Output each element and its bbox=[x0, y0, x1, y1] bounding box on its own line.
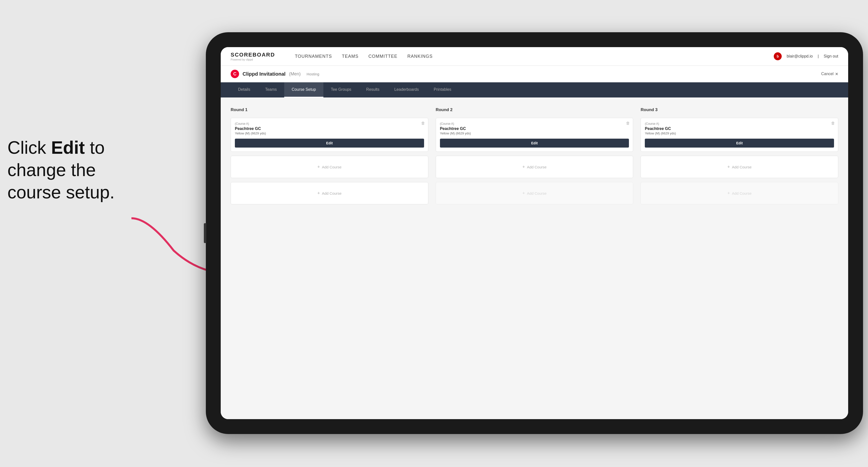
round-1-course-details: Yellow (M) (6629 yds) bbox=[235, 131, 424, 135]
tab-leaderboards[interactable]: Leaderboards bbox=[387, 82, 426, 97]
round-3-add-course-1[interactable]: + Add Course bbox=[641, 156, 838, 178]
tab-teams[interactable]: Teams bbox=[258, 82, 284, 97]
round-2-add-course-1[interactable]: + Add Course bbox=[436, 156, 633, 178]
plus-icon-3: + bbox=[522, 164, 525, 169]
round-3-add-course-label-2: Add Course bbox=[732, 191, 751, 195]
round-1-column: Round 1 🗑 (Course A) Peachtree GC Yellow… bbox=[230, 107, 428, 205]
round-3-title: Round 3 bbox=[641, 107, 838, 112]
round-1-add-course-label-2: Add Course bbox=[322, 191, 341, 195]
round-3-course-card: 🗑 (Course A) Peachtree GC Yellow (M) (66… bbox=[641, 118, 838, 152]
plus-icon-5: + bbox=[727, 164, 730, 169]
tablet-side-button bbox=[204, 223, 206, 243]
rounds-container: Round 1 🗑 (Course A) Peachtree GC Yellow… bbox=[230, 107, 838, 205]
nav-items: TOURNAMENTS TEAMS COMMITTEE RANKINGS bbox=[295, 54, 759, 59]
tab-printables[interactable]: Printables bbox=[426, 82, 459, 97]
plus-icon-6: + bbox=[727, 191, 730, 196]
plus-icon-2: + bbox=[317, 191, 320, 196]
round-2-add-course-label-2: Add Course bbox=[527, 191, 547, 195]
hosting-badge: Hosting bbox=[307, 72, 319, 76]
nav-committee[interactable]: COMMITTEE bbox=[369, 54, 398, 59]
tab-tee-groups[interactable]: Tee Groups bbox=[323, 82, 359, 97]
plus-icon-4: + bbox=[522, 191, 525, 196]
round-1-edit-button[interactable]: Edit bbox=[235, 138, 424, 148]
sign-out-link[interactable]: Sign out bbox=[824, 54, 838, 59]
top-navigation: SCOREBOARD Powered by clippd TOURNAMENTS… bbox=[221, 47, 848, 66]
round-2-column: Round 2 🗑 (Course A) Peachtree GC Yellow… bbox=[436, 107, 633, 205]
nav-tournaments[interactable]: TOURNAMENTS bbox=[295, 54, 332, 59]
tournament-title: C Clippd Invitational (Men) Hosting bbox=[230, 70, 319, 78]
logo-area: SCOREBOARD Powered by clippd bbox=[230, 52, 275, 61]
main-content: Round 1 🗑 (Course A) Peachtree GC Yellow… bbox=[221, 97, 848, 419]
round-1-add-course-2[interactable]: + Add Course bbox=[230, 182, 428, 205]
tournament-name: Clippd Invitational bbox=[243, 71, 285, 77]
round-3-course-name: Peachtree GC bbox=[645, 126, 834, 131]
nav-right: b blair@clippd.io | Sign out bbox=[774, 52, 838, 60]
round-1-course-name: Peachtree GC bbox=[235, 126, 424, 131]
nav-separator: | bbox=[818, 54, 819, 59]
user-avatar: b bbox=[774, 52, 782, 60]
round-2-delete-icon[interactable]: 🗑 bbox=[626, 121, 630, 125]
round-1-course-tag: (Course A) bbox=[235, 122, 424, 125]
round-2-course-name: Peachtree GC bbox=[440, 126, 629, 131]
round-1-title: Round 1 bbox=[230, 107, 428, 112]
round-2-course-tag: (Course A) bbox=[440, 122, 629, 125]
tournament-gender: (Men) bbox=[289, 71, 301, 76]
tab-details[interactable]: Details bbox=[230, 82, 258, 97]
round-1-delete-icon[interactable]: 🗑 bbox=[421, 121, 425, 125]
tab-results[interactable]: Results bbox=[359, 82, 387, 97]
round-1-add-course-1[interactable]: + Add Course bbox=[230, 156, 428, 178]
round-2-course-details: Yellow (M) (6629 yds) bbox=[440, 131, 629, 135]
nav-teams[interactable]: TEAMS bbox=[342, 54, 359, 59]
round-3-course-details: Yellow (M) (6629 yds) bbox=[645, 131, 834, 135]
tab-bar: Details Teams Course Setup Tee Groups Re… bbox=[221, 82, 848, 97]
plus-icon-1: + bbox=[317, 164, 320, 169]
round-3-edit-button[interactable]: Edit bbox=[645, 138, 834, 148]
round-2-edit-button[interactable]: Edit bbox=[440, 138, 629, 148]
tablet-device: SCOREBOARD Powered by clippd TOURNAMENTS… bbox=[206, 32, 863, 434]
round-2-course-card: 🗑 (Course A) Peachtree GC Yellow (M) (66… bbox=[436, 118, 633, 152]
cancel-button[interactable]: Cancel ✕ bbox=[821, 72, 838, 76]
round-1-course-card: 🗑 (Course A) Peachtree GC Yellow (M) (66… bbox=[230, 118, 428, 152]
round-3-course-tag: (Course A) bbox=[645, 122, 834, 125]
logo-subtitle: Powered by clippd bbox=[230, 58, 275, 61]
tab-course-setup[interactable]: Course Setup bbox=[284, 82, 323, 97]
tournament-header: C Clippd Invitational (Men) Hosting Canc… bbox=[221, 66, 848, 82]
round-2-add-course-2: + Add Course bbox=[436, 182, 633, 205]
round-3-column: Round 3 🗑 (Course A) Peachtree GC Yellow… bbox=[641, 107, 838, 205]
nav-rankings[interactable]: RANKINGS bbox=[407, 54, 433, 59]
user-email: blair@clippd.io bbox=[787, 54, 813, 59]
round-3-add-course-2: + Add Course bbox=[641, 182, 838, 205]
round-2-add-course-label-1: Add Course bbox=[527, 165, 547, 169]
round-3-add-course-label-1: Add Course bbox=[732, 165, 751, 169]
scoreboard-logo: SCOREBOARD bbox=[230, 52, 275, 58]
tablet-screen: SCOREBOARD Powered by clippd TOURNAMENTS… bbox=[221, 47, 848, 419]
round-3-delete-icon[interactable]: 🗑 bbox=[831, 121, 835, 125]
round-1-add-course-label-1: Add Course bbox=[322, 165, 341, 169]
round-2-title: Round 2 bbox=[436, 107, 633, 112]
tournament-logo: C bbox=[230, 70, 239, 78]
instruction-text: Click Edit to change the course setup. bbox=[7, 136, 151, 204]
